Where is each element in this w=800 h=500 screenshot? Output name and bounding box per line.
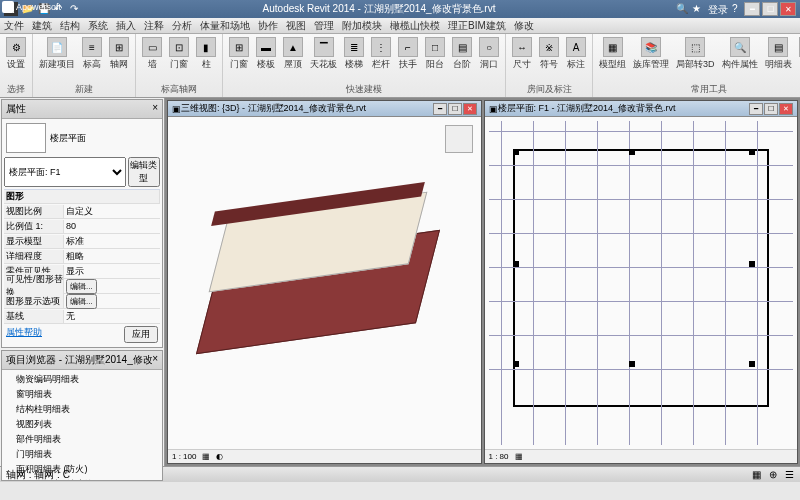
ribbon-tool-新建项目[interactable]: 📄新建项目 <box>37 36 77 72</box>
menu-item[interactable]: 管理 <box>314 19 334 33</box>
vp3d-tool-icon[interactable]: ◐ <box>216 452 223 461</box>
property-value[interactable]: 80 <box>64 221 160 231</box>
ribbon-tool-墙[interactable]: ▭墙 <box>140 36 164 72</box>
property-value[interactable]: 自定义 <box>64 205 160 218</box>
ribbon-tool-导出[interactable]: ⇱导出 <box>797 36 800 72</box>
ribbon-tool-洞口[interactable]: ○洞口 <box>477 36 501 72</box>
status-icon[interactable]: ☰ <box>785 469 794 480</box>
menu-item[interactable]: 附加模块 <box>342 19 382 33</box>
ribbon-tool-天花板[interactable]: ▔天花板 <box>308 36 339 72</box>
tool-icon: ▦ <box>603 37 623 57</box>
edit-type-button[interactable]: 编辑类型 <box>128 157 160 187</box>
ribbon-tool-柱[interactable]: ▮柱 <box>194 36 218 72</box>
menu-item[interactable]: 橄榄山快模 <box>390 19 440 33</box>
ribbon-tool-楼梯[interactable]: ≣楼梯 <box>342 36 366 72</box>
viewport-3d-scale[interactable]: 1 : 100 <box>172 452 196 461</box>
ribbon-tool-符号[interactable]: ※符号 <box>537 36 561 72</box>
properties-close-icon[interactable]: × <box>152 102 158 116</box>
menu-item[interactable]: 视图 <box>286 19 306 33</box>
tool-icon: 📄 <box>47 37 67 57</box>
viewport-plan-canvas[interactable] <box>485 117 798 449</box>
ribbon-tool-标高[interactable]: ≡标高 <box>80 36 104 72</box>
search-icon[interactable]: 🔍 <box>676 3 688 15</box>
menu-item[interactable]: 注释 <box>144 19 164 33</box>
browser-item[interactable]: 结构柱明细表 <box>4 402 160 417</box>
property-value[interactable]: 编辑... <box>64 294 160 309</box>
browser-item[interactable]: 门明细表 <box>4 447 160 462</box>
viewport-plan-min[interactable]: ━ <box>749 103 763 115</box>
status-icon[interactable]: ▦ <box>752 469 761 480</box>
viewport-3d-max[interactable]: ☐ <box>448 103 462 115</box>
star-icon[interactable]: ★ <box>692 3 704 15</box>
viewport-3d-canvas[interactable] <box>168 117 481 449</box>
tool-label: 扶手 <box>399 58 417 71</box>
ribbon-tool-设置[interactable]: ⚙设置 <box>4 36 28 72</box>
ribbon-tool-模型组[interactable]: ▦模型组 <box>597 36 628 72</box>
login-button[interactable]: 登录 <box>708 3 728 15</box>
viewcube[interactable] <box>445 125 473 153</box>
viewport-3d-titlebar: ▣ 三维视图: {3D} - 江湖别墅2014_修改背景色.rvt ━ ☐ ✕ <box>168 101 481 117</box>
property-value[interactable]: 编辑... <box>64 279 160 294</box>
ribbon-tool-楼板[interactable]: ▬楼板 <box>254 36 278 72</box>
ribbon-tool-族库管理[interactable]: 📚族库管理 <box>631 36 671 72</box>
menu-item[interactable]: 分析 <box>172 19 192 33</box>
ribbon-tool-明细表[interactable]: ▤明细表 <box>763 36 794 72</box>
viewport-3d-min[interactable]: ━ <box>433 103 447 115</box>
browser-item[interactable]: 视图列表 <box>4 417 160 432</box>
browser-close-icon[interactable]: × <box>152 353 158 367</box>
viewport-plan-close[interactable]: ✕ <box>779 103 793 115</box>
viewport-3d-close[interactable]: ✕ <box>463 103 477 115</box>
viewport-plan-max[interactable]: ☐ <box>764 103 778 115</box>
menu-item[interactable]: 体量和场地 <box>200 19 250 33</box>
ribbon-tool-门窗[interactable]: ⊡门窗 <box>167 36 191 72</box>
menu-item[interactable]: 理正BIM建筑 <box>448 19 506 33</box>
browser-title: 项目浏览器 - 江湖别墅2014_修改背景... × <box>2 351 162 370</box>
ribbon-tool-阳台[interactable]: □阳台 <box>423 36 447 72</box>
status-icon[interactable]: ⊕ <box>769 469 777 480</box>
property-value[interactable]: 粗略 <box>64 250 160 263</box>
vp3d-tool-icon[interactable]: ▦ <box>202 452 210 461</box>
maximize-button[interactable]: ☐ <box>762 2 778 16</box>
menu-item[interactable]: 系统 <box>88 19 108 33</box>
viewport-plan-scale[interactable]: 1 : 80 <box>489 452 509 461</box>
property-value[interactable]: 标准 <box>64 235 160 248</box>
vpplan-tool-icon[interactable]: ▦ <box>515 452 523 461</box>
window-controls: ━ ☐ ✕ <box>744 2 796 16</box>
browser-item[interactable]: 部件明细表 <box>4 432 160 447</box>
browser-item[interactable]: 物资编码明细表 <box>4 372 160 387</box>
help-icon[interactable]: ? <box>732 3 744 15</box>
qat-redo-icon[interactable]: ↷ <box>70 3 82 15</box>
ribbon-tool-尺寸[interactable]: ↔尺寸 <box>510 36 534 72</box>
ribbon-tool-局部转3D[interactable]: ⬚局部转3D <box>674 36 717 72</box>
property-row: 可见性/图形替换编辑... <box>4 279 160 294</box>
property-edit-button[interactable]: 编辑... <box>66 294 97 309</box>
ribbon-tool-门窗[interactable]: ⊞门窗 <box>227 36 251 72</box>
type-name: 楼层平面 <box>50 132 86 145</box>
ribbon-tool-台阶[interactable]: ▤台阶 <box>450 36 474 72</box>
properties-help-link[interactable]: 属性帮助 <box>6 326 42 343</box>
browser-item[interactable]: 窗明细表 <box>4 387 160 402</box>
property-value[interactable]: 显示 <box>64 265 160 278</box>
menu-item[interactable]: 插入 <box>116 19 136 33</box>
property-edit-button[interactable]: 编辑... <box>66 279 97 294</box>
apply-button[interactable]: 应用 <box>124 326 158 343</box>
close-button[interactable]: ✕ <box>780 2 796 16</box>
menu-item[interactable]: 建筑 <box>32 19 52 33</box>
menu-item[interactable]: 文件 <box>4 19 24 33</box>
ribbon-tool-扶手[interactable]: ⌐扶手 <box>396 36 420 72</box>
ribbon-tool-栏杆[interactable]: ⋮栏杆 <box>369 36 393 72</box>
gridline <box>565 121 566 445</box>
menu-item[interactable]: 结构 <box>60 19 80 33</box>
ribbon-tool-轴网[interactable]: ⊞轴网 <box>107 36 131 72</box>
ribbon-tool-标注[interactable]: A标注 <box>564 36 588 72</box>
ribbon-tool-屋顶[interactable]: ▲屋顶 <box>281 36 305 72</box>
ribbon-tool-构件属性[interactable]: 🔍构件属性 <box>720 36 760 72</box>
minimize-button[interactable]: ━ <box>744 2 760 16</box>
title-right-icons: 🔍 ★ 登录 ? <box>676 3 744 15</box>
property-value[interactable]: 无 <box>64 310 160 323</box>
property-key: 比例值 1: <box>4 220 64 233</box>
property-key: 详细程度 <box>4 250 64 263</box>
menu-item[interactable]: 协作 <box>258 19 278 33</box>
instance-selector[interactable]: 楼层平面: F1 <box>4 157 126 187</box>
menu-item[interactable]: 修改 <box>514 19 534 33</box>
